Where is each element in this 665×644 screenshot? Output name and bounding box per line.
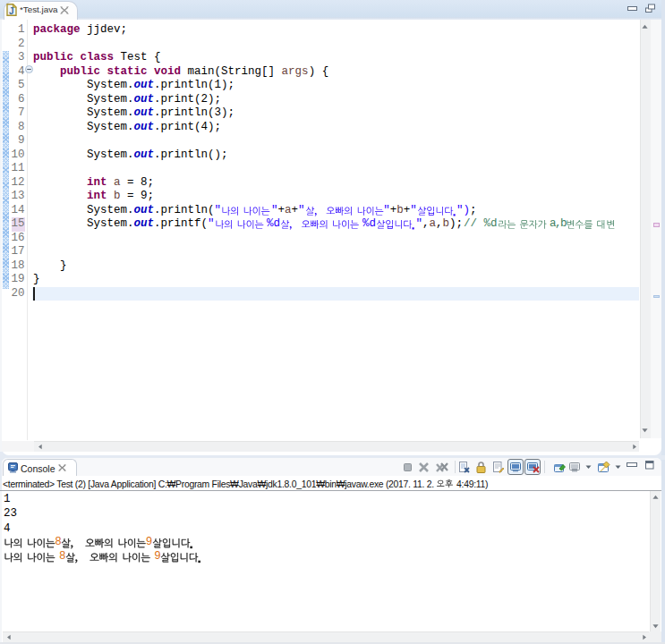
svg-text:J: J bbox=[9, 6, 14, 16]
